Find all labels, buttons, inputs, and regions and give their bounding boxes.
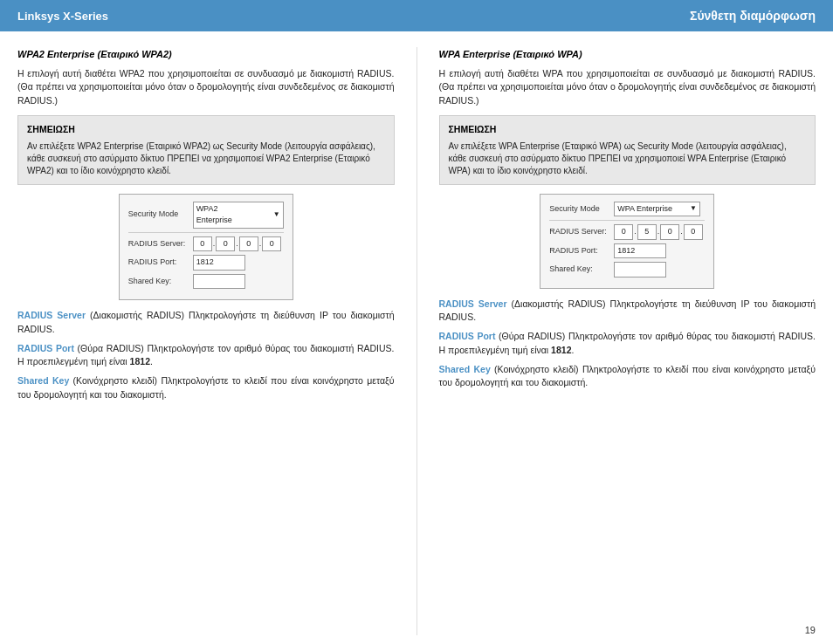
right-select-arrow-icon: ▼ <box>690 203 697 214</box>
right-ip-2: 5 <box>637 224 657 240</box>
left-radius-port-bold: 1812 <box>130 356 150 367</box>
right-note-title: ΣΗΜΕΙΩΣΗ <box>449 123 807 137</box>
right-section-title: WPA Enterprise (Εταιρικό WPA) <box>439 47 816 62</box>
right-shared-key-desc-label: Shared Key <box>439 364 491 374</box>
left-desc-radius-port: RADIUS Port (Θύρα RADIUS) Πληκτρολογήστε… <box>17 342 395 370</box>
left-security-mode-select: WPA2 Enterprise ▼ <box>193 202 284 229</box>
left-ip-3: 0 <box>239 236 258 252</box>
left-ip-4: 0 <box>262 236 281 252</box>
right-desc-radius-port: RADIUS Port (Θύρα RADIUS) Πληκτρολογήστε… <box>439 330 816 358</box>
left-radius-server-label: RADIUS Server: <box>128 238 189 250</box>
left-note-title: ΣΗΜΕΙΩΣΗ <box>27 123 385 137</box>
right-ip-3: 0 <box>660 224 679 240</box>
right-radius-server-row: RADIUS Server: 0 . 5 . 0 . 0 <box>549 224 705 240</box>
left-shared-key-desc-label: Shared Key <box>17 375 69 386</box>
left-intro-text: Η επιλογή αυτή διαθέτει WPA2 που χρησιμο… <box>17 67 395 108</box>
right-desc-radius-server: RADIUS Server (Διακομιστής RADIUS) Πληκτ… <box>439 298 816 325</box>
right-note-text: Αν επιλέξετε WPA Enterprise (Εταιρικό WP… <box>449 140 807 177</box>
main-content: WPA2 Enterprise (Εταιρικό WPA2) Η επιλογ… <box>0 31 833 644</box>
right-screenshot-container: Security Mode WPA Enterprise ▼ RADIUS Se… <box>439 194 816 289</box>
left-desc-shared-key: Shared Key (Κοινόχρηστο κλειδί) Πληκτρολ… <box>17 374 395 402</box>
right-security-mode-value: WPA Enterprise <box>617 203 672 216</box>
left-desc-radius-server: RADIUS Server (Διακομιστής RADIUS) Πληκτ… <box>17 309 395 337</box>
left-security-mode-row: Security Mode WPA2 Enterprise ▼ <box>128 202 284 229</box>
page-number: 19 <box>805 625 816 635</box>
right-column: WPA Enterprise (Εταιρικό WPA) Η επιλογή … <box>439 47 816 635</box>
left-shared-key-desc-text: (Κοινόχρηστο κλειδί) Πληκτρολογήστε το κ… <box>17 375 395 400</box>
right-shared-key-desc-text: (Κοινόχρηστο κλειδί) Πληκτρολογήστε το κ… <box>439 364 816 388</box>
right-radius-port-value: 1812 <box>614 243 666 259</box>
right-security-mode-row: Security Mode WPA Enterprise ▼ <box>549 202 705 217</box>
left-ip-1: 0 <box>193 236 212 252</box>
left-column: WPA2 Enterprise (Εταιρικό WPA2) Η επιλογ… <box>17 47 395 635</box>
right-radius-port-desc-label: RADIUS Port <box>439 331 496 341</box>
right-radius-server-label: RADIUS Server: <box>549 226 610 238</box>
right-note-box: ΣΗΜΕΙΩΣΗ Αν επιλέξετε WPA Enterprise (Ετ… <box>439 115 816 185</box>
right-desc-shared-key: Shared Key (Κοινόχρηστο κλειδί) Πληκτρολ… <box>439 363 816 391</box>
left-radius-port-value: 1812 <box>193 255 245 271</box>
right-ip-inputs: 0 . 5 . 0 . 0 <box>614 224 703 240</box>
right-descriptions: RADIUS Server (Διακομιστής RADIUS) Πληκτ… <box>439 298 816 391</box>
right-intro-text: Η επιλογή αυτή διαθέτει WPA που χρησιμοπ… <box>439 67 816 108</box>
left-shared-key-label: Shared Key: <box>128 276 189 288</box>
left-section-title: WPA2 Enterprise (Εταιρικό WPA2) <box>17 47 395 62</box>
right-shared-key-value <box>614 262 666 277</box>
right-radius-port-desc-text: (Θύρα RADIUS) Πληκτρολογήστε τον αριθμό … <box>439 331 816 355</box>
left-select-arrow-icon: ▼ <box>273 209 280 220</box>
right-security-mode-select: WPA Enterprise ▼ <box>614 202 700 217</box>
left-radius-server-desc-label: RADIUS Server <box>17 310 86 320</box>
header-brand: Linksys X-Series <box>17 10 108 23</box>
left-note-box: ΣΗΜΕΙΩΣΗ Αν επιλέξετε WPA2 Enterprise (Ε… <box>17 115 395 185</box>
right-shared-key-row: Shared Key: <box>549 262 705 277</box>
column-divider <box>416 47 417 635</box>
left-screenshot: Security Mode WPA2 Enterprise ▼ RADIUS S… <box>119 194 293 301</box>
right-screenshot: Security Mode WPA Enterprise ▼ RADIUS Se… <box>540 194 714 289</box>
left-radius-port-label: RADIUS Port: <box>128 257 189 269</box>
header-title: Σύνθετη διαμόρφωση <box>690 9 816 23</box>
right-security-mode-label: Security Mode <box>549 203 610 216</box>
right-radius-port-label: RADIUS Port: <box>549 245 610 257</box>
left-note-text: Αν επιλέξετε WPA2 Enterprise (Εταιρικό W… <box>27 140 385 177</box>
left-screenshot-container: Security Mode WPA2 Enterprise ▼ RADIUS S… <box>17 194 395 301</box>
left-security-mode-label: Security Mode <box>128 209 189 221</box>
left-radius-server-row: RADIUS Server: 0 . 0 . 0 . 0 <box>128 236 284 252</box>
right-ip-4: 0 <box>684 224 703 240</box>
left-ip-inputs: 0 . 0 . 0 . 0 <box>193 236 282 252</box>
left-shared-key-row: Shared Key: <box>128 274 284 290</box>
left-radius-port-desc-text: (Θύρα RADIUS) Πληκτρολογήστε τον αριθμό … <box>17 343 395 367</box>
left-radius-port-row: RADIUS Port: 1812 <box>128 255 284 271</box>
right-radius-port-row: RADIUS Port: 1812 <box>549 243 705 259</box>
right-radius-server-desc-label: RADIUS Server <box>439 298 507 309</box>
left-shared-key-value <box>193 274 245 290</box>
header: Linksys X-Series Σύνθετη διαμόρφωση <box>0 0 833 31</box>
left-ip-2: 0 <box>216 236 235 252</box>
left-descriptions: RADIUS Server (Διακομιστής RADIUS) Πληκτ… <box>17 309 395 402</box>
left-radius-port-desc-label: RADIUS Port <box>17 343 74 353</box>
right-ip-1: 0 <box>614 224 633 240</box>
left-security-mode-value: WPA2 Enterprise <box>196 203 256 227</box>
right-radius-port-bold: 1812 <box>551 345 571 355</box>
right-shared-key-label: Shared Key: <box>549 264 610 276</box>
